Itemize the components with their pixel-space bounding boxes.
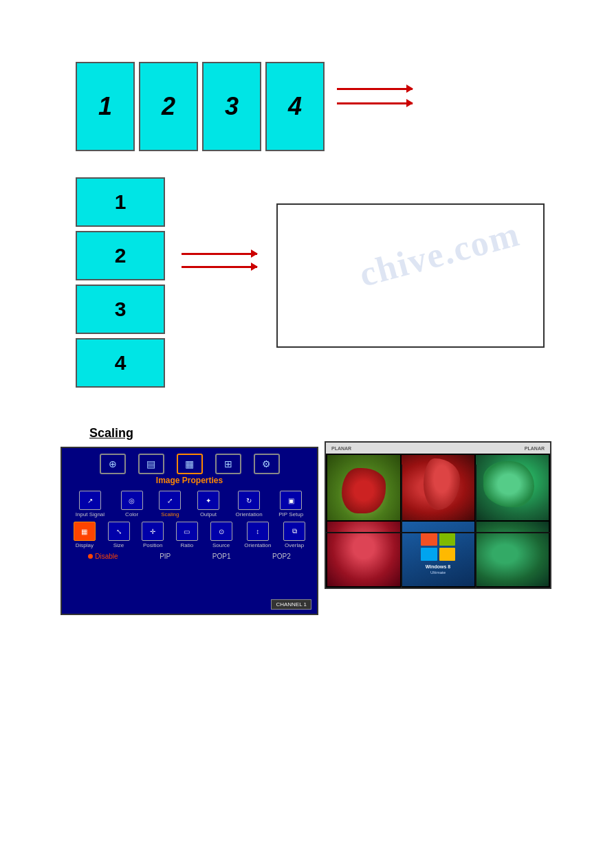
- osd-source-icon: ⊙: [210, 522, 232, 541]
- osd-pip-setup-icon: ▣: [280, 491, 302, 510]
- windows-label: Windows 8: [426, 564, 451, 570]
- osd-bot-size[interactable]: ⤡ Size: [108, 522, 130, 548]
- osd-icon-properties[interactable]: ▦: [177, 454, 203, 474]
- osd-orientation2-label: Orientation: [244, 542, 271, 548]
- left-cell-2: 2: [76, 231, 165, 280]
- osd-bot-display[interactable]: ▦ Display: [74, 522, 96, 548]
- osd-orientation-label: Orientation: [236, 511, 263, 518]
- osd-overlap-label: Overlap: [285, 542, 304, 548]
- osd-input-signal-label: Input Signal: [76, 511, 105, 518]
- left-col-container: 1 2 3 4: [76, 177, 165, 388]
- right-rectangle: [276, 203, 545, 348]
- top-cell-2: 2: [139, 62, 198, 151]
- osd-position-label: Position: [143, 542, 162, 548]
- mid-arrows: [182, 253, 257, 268]
- osd-bot-source[interactable]: ⊙ Source: [210, 522, 232, 548]
- osd-orientation2-icon: ↕: [247, 522, 269, 541]
- mid-arrow-line-1: [182, 253, 257, 255]
- osd-icon-globe[interactable]: ⊞: [215, 454, 241, 474]
- osd-icon-gear[interactable]: ⚙: [254, 454, 280, 474]
- pip-pip-option[interactable]: PIP: [160, 553, 171, 560]
- vw-cell-r1c3: [476, 455, 549, 520]
- left-cell-1: 1: [76, 177, 165, 227]
- vw-brand-left: PLANAR: [331, 446, 351, 451]
- osd-size-label: Size: [113, 542, 124, 548]
- osd-bot-orientation2[interactable]: ↕ Orientation: [244, 522, 271, 548]
- vw-brand-right: PLANAR: [525, 446, 545, 451]
- osd-bot-overlap[interactable]: ⧉ Overlap: [283, 522, 305, 548]
- pip-pip-label: PIP: [160, 553, 171, 560]
- vw-cell-r1c2: [402, 455, 474, 520]
- osd-overlap-icon: ⧉: [283, 522, 305, 541]
- osd-mid-bar: ↗ Input Signal ◎ Color ⤢ Scaling ✦ Outpu…: [62, 488, 317, 520]
- osd-ratio-label: Ratio: [181, 542, 194, 548]
- top-arrows: [337, 88, 413, 104]
- osd-input-signal-icon: ↗: [79, 491, 101, 510]
- top-row-container: 1 2 3 4: [76, 62, 325, 151]
- video-wall-display: PLANAR PLANAR: [325, 441, 551, 589]
- pip-pop1-option[interactable]: POP1: [212, 553, 231, 560]
- osd-scaling-icon: ⤢: [159, 491, 181, 510]
- vw-cell-r1c1: [327, 455, 400, 520]
- pip-pop1-label: POP1: [212, 553, 231, 560]
- arrow-line-2: [337, 102, 413, 104]
- osd-color-label: Color: [125, 511, 138, 518]
- windows-sublabel: Ultimate: [430, 570, 446, 575]
- vw-top-bar: PLANAR PLANAR: [326, 443, 550, 454]
- osd-pip-setup-label: PIP Setup: [278, 511, 303, 518]
- osd-icon-image[interactable]: ▤: [138, 454, 164, 474]
- osd-section-title: Image Properties: [62, 476, 317, 485]
- osd-icon-network[interactable]: ⊕: [100, 454, 126, 474]
- osd-bot-ratio[interactable]: ▭ Ratio: [176, 522, 198, 548]
- osd-mid-orientation[interactable]: ↻ Orientation: [236, 491, 263, 518]
- osd-pip-row: Disable PIP POP1 POP2: [62, 550, 317, 561]
- osd-bot-position[interactable]: ✛ Position: [142, 522, 164, 548]
- osd-position-icon: ✛: [142, 522, 164, 541]
- pip-pop2-label: POP2: [272, 553, 291, 560]
- top-cell-3: 3: [202, 62, 261, 151]
- osd-display-icon: ▦: [74, 522, 96, 541]
- arrow-line-1: [337, 88, 413, 90]
- vw-inner: Windows 8 Ultimate: [326, 454, 550, 588]
- pip-dot: [88, 554, 93, 559]
- scaling-label: Scaling: [89, 426, 133, 441]
- osd-display-label: Display: [76, 542, 94, 548]
- pip-disable-option[interactable]: Disable: [88, 553, 118, 560]
- osd-source-label: Source: [212, 542, 230, 548]
- top-cell-4: 4: [265, 62, 325, 151]
- osd-output-label: Output: [200, 511, 217, 518]
- osd-scaling-label: Scaling: [161, 511, 179, 518]
- osd-size-icon: ⤡: [108, 522, 130, 541]
- osd-mid-input-signal[interactable]: ↗ Input Signal: [76, 491, 105, 518]
- osd-orientation-icon: ↻: [238, 491, 260, 510]
- osd-output-icon: ✦: [197, 491, 219, 510]
- pip-pop2-option[interactable]: POP2: [272, 553, 291, 560]
- osd-mid-color[interactable]: ◎ Color: [121, 491, 143, 518]
- top-cell-1: 1: [76, 62, 135, 151]
- osd-mid-output[interactable]: ✦ Output: [197, 491, 219, 518]
- left-cell-3: 3: [76, 285, 165, 334]
- osd-ratio-icon: ▭: [176, 522, 198, 541]
- osd-panel: ⊕ ▤ ▦ ⊞ ⚙ Image Properties ↗ Input Signa…: [61, 447, 318, 615]
- osd-mid-pip-setup[interactable]: ▣ PIP Setup: [278, 491, 303, 518]
- pip-disable-label: Disable: [95, 553, 118, 560]
- osd-mid-scaling[interactable]: ⤢ Scaling: [159, 491, 181, 518]
- osd-top-bar: ⊕ ▤ ▦ ⊞ ⚙: [62, 448, 317, 476]
- left-cell-4: 4: [76, 338, 165, 388]
- osd-channel-badge: CHANNEL 1: [271, 599, 311, 610]
- mid-arrow-line-2: [182, 266, 257, 268]
- osd-bot-bar: ▦ Display ⤡ Size ✛ Position ▭ Ratio ⊙ So…: [62, 520, 317, 550]
- osd-color-icon: ◎: [121, 491, 143, 510]
